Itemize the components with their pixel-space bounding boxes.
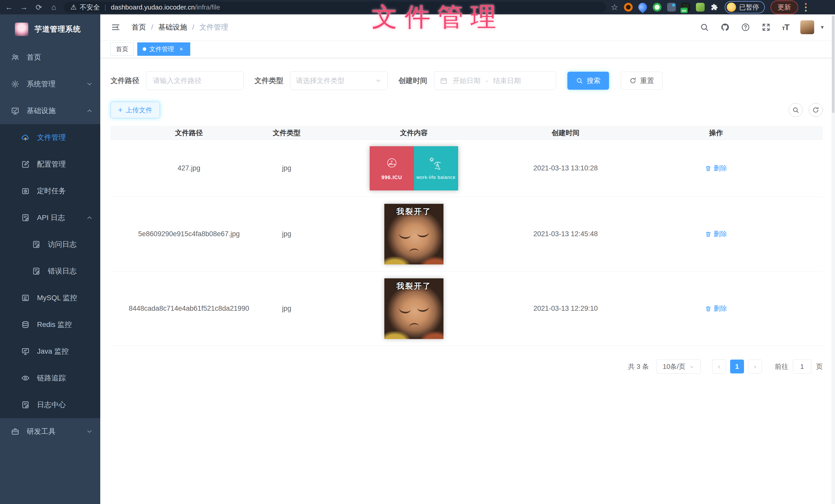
date-range-picker[interactable]: 开始日期 - 结束日期 <box>434 71 556 90</box>
delete-button[interactable]: 删除 <box>705 304 727 313</box>
sidebar-item-label: 首页 <box>27 52 93 62</box>
sidebar-item-scheduled-jobs[interactable]: 定时任务 <box>0 177 100 204</box>
toolbox-icon <box>11 427 20 436</box>
delete-button[interactable]: 删除 <box>705 164 727 173</box>
sidebar-item-redis-monitor[interactable]: Redis 监控 <box>0 311 100 338</box>
file-preview-baby-meme[interactable]: 我裂开了 <box>384 204 444 265</box>
close-icon[interactable]: × <box>178 45 185 53</box>
banner-balance-right-panel: work-life balance <box>414 146 458 190</box>
tab-file-management[interactable]: 文件管理 × <box>137 42 190 56</box>
cell-file-path: 5e8609290e915c4fa8b08e67.jpg <box>110 230 267 238</box>
sidebar-menu: 首页 系统管理 基础设施 文件管理 <box>0 44 100 445</box>
switch-on-badge: on <box>680 8 688 13</box>
file-preview-baby-meme[interactable]: 我裂开了 <box>384 278 444 339</box>
delete-button[interactable]: 删除 <box>705 230 727 238</box>
security-label[interactable]: 不安全 <box>80 3 100 12</box>
baby-eye <box>399 233 411 239</box>
extension-leaf-icon[interactable] <box>696 3 705 12</box>
sidebar-item-mysql-monitor[interactable]: MySQL 监控 <box>0 285 100 311</box>
table-toolbar: + 上传文件 <box>110 102 823 118</box>
refresh-icon <box>629 77 636 84</box>
help-icon[interactable] <box>741 23 750 32</box>
browser-menu-icon[interactable] <box>805 3 807 12</box>
reset-button[interactable]: 重置 <box>621 72 663 90</box>
browser-back-button[interactable]: ← <box>3 1 15 13</box>
user-avatar[interactable] <box>800 20 814 34</box>
browser-update-button[interactable]: 更新 <box>771 1 798 14</box>
profile-paused-chip[interactable]: 已暂停 <box>725 1 765 13</box>
extension-switch-icon[interactable]: on <box>681 3 690 12</box>
sidebar-item-config-management[interactable]: 配置管理 <box>0 151 100 177</box>
sidebar-fold-icon[interactable] <box>110 23 121 31</box>
sidebar-item-system-management[interactable]: 系统管理 <box>0 71 100 98</box>
scrollbar-thumb[interactable] <box>832 16 834 113</box>
sidebar-item-java-monitor[interactable]: Java 监控 <box>0 338 100 365</box>
extension-green-icon[interactable] <box>653 3 661 12</box>
caret-down-icon[interactable]: ▾ <box>821 24 824 30</box>
baby-mouth <box>409 322 419 327</box>
search-button[interactable]: 搜索 <box>567 72 609 90</box>
browser-reload-button[interactable]: ⟳ <box>33 1 45 13</box>
file-preview-996-banner[interactable]: 996.ICU work-life balance <box>370 146 458 190</box>
cell-file-content: 我裂开了 <box>306 278 522 339</box>
sidebar-item-api-log[interactable]: API 日志 <box>0 204 100 231</box>
extension-slate-icon[interactable] <box>667 3 676 12</box>
sidebar-item-label: 定时任务 <box>37 186 93 196</box>
sidebar-item-dev-tools[interactable]: 研发工具 <box>0 418 100 445</box>
cell-create-time: 2021-03-13 13:10:28 <box>522 164 609 172</box>
baby-eye <box>399 308 411 314</box>
sidebar-item-log-center[interactable]: 日志中心 <box>0 392 100 418</box>
font-size-icon[interactable]: тT <box>782 23 789 32</box>
search-icon[interactable] <box>700 23 709 32</box>
address-bar[interactable]: ⚠ 不安全 | dashboard.yudao.iocoder.cn/infra… <box>64 2 606 13</box>
cell-actions: 删除 <box>609 164 823 173</box>
pagination-total: 共 3 条 <box>628 362 649 371</box>
sidebar-item-label: Java 监控 <box>37 346 93 356</box>
sidebar-item-label: 配置管理 <box>37 159 93 169</box>
next-page-button[interactable]: › <box>748 360 762 374</box>
goto-page-input[interactable] <box>793 359 811 374</box>
sidebar-item-tracing[interactable]: 链路追踪 <box>0 365 100 392</box>
breadcrumb-home[interactable]: 首页 <box>131 22 146 32</box>
edit-icon <box>21 160 30 169</box>
search-form: 文件路径 文件类型 请选择文件类型 创建时间 开始日期 - 结束日期 <box>110 71 823 90</box>
fullscreen-icon[interactable] <box>761 23 771 32</box>
sidebar-item-infrastructure[interactable]: 基础设施 <box>0 98 100 124</box>
app-logo-row[interactable]: 芋道管理系统 <box>0 14 100 44</box>
tab-home[interactable]: 首页 <box>110 42 134 56</box>
timer-icon <box>21 187 30 195</box>
refresh-table-button[interactable] <box>809 103 823 117</box>
extension-orange-icon[interactable] <box>624 3 633 12</box>
browser-home-button[interactable]: ⌂ <box>48 1 60 13</box>
browser-toolbar: ← → ⟳ ⌂ ⚠ 不安全 | dashboard.yudao.iocoder.… <box>0 0 835 14</box>
sidebar-item-home[interactable]: 首页 <box>0 44 100 71</box>
sidebar-item-file-management[interactable]: 文件管理 <box>0 124 100 151</box>
sidebar-item-error-log[interactable]: 错误日志 <box>0 258 100 285</box>
toggle-search-button[interactable] <box>789 103 802 117</box>
upload-file-button[interactable]: + 上传文件 <box>110 102 160 118</box>
page-size-select[interactable]: 10条/页 <box>657 359 701 374</box>
current-page-button[interactable]: 1 <box>730 360 744 374</box>
extension-drop-icon[interactable] <box>636 1 649 13</box>
breadcrumb-infrastructure[interactable]: 基础设施 <box>158 22 187 32</box>
delete-label: 删除 <box>714 164 727 173</box>
scrollbar[interactable] <box>831 14 835 504</box>
cell-actions: 删除 <box>609 230 823 238</box>
sidebar-item-access-log[interactable]: 访问日志 <box>0 231 100 258</box>
document-pencil-icon <box>32 240 41 249</box>
file-path-input[interactable] <box>146 71 244 90</box>
baby-meme-caption: 我裂开了 <box>384 206 444 217</box>
extensions-puzzle-icon[interactable] <box>710 3 719 12</box>
prev-page-button[interactable]: ‹ <box>712 360 726 374</box>
bookmark-star-icon[interactable]: ☆ <box>611 2 618 12</box>
date-range-separator: - <box>486 77 488 85</box>
delete-label: 删除 <box>714 304 727 313</box>
banner-996-text: 996.ICU <box>382 174 402 181</box>
file-type-select[interactable]: 请选择文件类型 <box>290 71 388 90</box>
github-icon[interactable] <box>720 23 730 32</box>
browser-forward-button[interactable]: → <box>18 1 30 13</box>
gear-icon <box>11 80 20 88</box>
sidebar: 芋道管理系统 首页 系统管理 基础设施 <box>0 14 100 504</box>
database-icon <box>21 294 30 302</box>
address-divider: | <box>104 3 106 11</box>
